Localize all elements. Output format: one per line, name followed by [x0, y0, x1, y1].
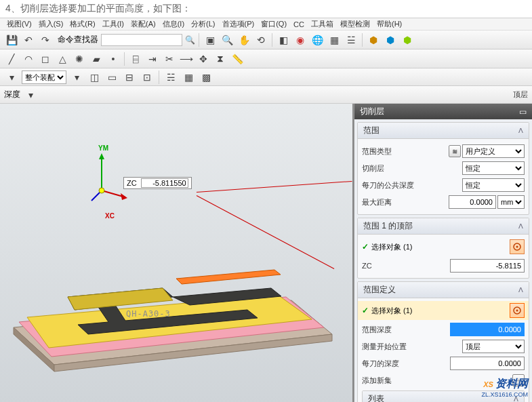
tool-fit-icon[interactable]: ▣: [203, 33, 218, 47]
perpass-depth-input[interactable]: [450, 357, 525, 370]
search-icon[interactable]: 🔍: [185, 35, 195, 45]
menu-insert[interactable]: 插入(S): [39, 19, 64, 29]
tool-tri-icon[interactable]: △: [55, 52, 70, 66]
tool-line-icon[interactable]: ╱: [4, 52, 19, 66]
tool-extend-icon[interactable]: ⟶: [179, 52, 194, 66]
common-depth-select[interactable]: 恒定: [462, 178, 525, 192]
menu-info[interactable]: 信息(I): [163, 19, 184, 29]
section-range: 范围 ᐱ 范围类型 ≋ 用户定义 切削层 恒定: [357, 122, 529, 215]
tool-door-icon[interactable]: ⌸: [128, 52, 143, 66]
svg-point-18: [516, 310, 518, 312]
tool-save-icon[interactable]: 💾: [4, 33, 19, 47]
tool-cube1-icon[interactable]: ⬢: [366, 33, 381, 47]
range-depth-input[interactable]: [450, 323, 525, 336]
assembly-scope-select[interactable]: 整个装配: [22, 71, 66, 84]
axis-gizmo: [88, 150, 129, 206]
separator: [199, 33, 199, 47]
menu-view[interactable]: 视图(V): [7, 19, 32, 29]
sel-point-icon[interactable]: ⊡: [140, 70, 155, 85]
panel-close-icon[interactable]: ▭: [519, 107, 527, 117]
sel-more1-icon[interactable]: ☵: [163, 70, 178, 85]
measure-start-select[interactable]: 顶层: [462, 340, 525, 353]
sel-filter1-icon[interactable]: ▾: [69, 70, 84, 85]
tool-cube3-icon[interactable]: ⬢: [400, 33, 415, 47]
tool-layers-icon[interactable]: ☱: [344, 33, 359, 47]
add-newset-label: 添加新集: [362, 376, 392, 386]
tool-measure-icon[interactable]: 📏: [230, 52, 245, 66]
menu-format[interactable]: 格式(R): [70, 19, 95, 29]
tool-redo-icon[interactable]: ↷: [38, 33, 53, 47]
tool-pan-icon[interactable]: ✋: [237, 33, 251, 47]
section-range-header[interactable]: 范围 ᐱ: [358, 123, 529, 139]
section-range-def-header[interactable]: 范围定义 ᐱ: [358, 282, 529, 298]
max-distance-input[interactable]: [449, 195, 496, 209]
toolbar-1: 💾 ↶ ↷ 命令查找器 🔍 ▣ 🔍 ✋ ⟲ ◧ ◉ 🌐 ▦ ☱ ⬢ ⬢ ⬢: [0, 31, 532, 49]
tool-fill-icon[interactable]: ▰: [89, 52, 104, 66]
model-render: [7, 165, 346, 375]
svg-marker-7: [176, 270, 281, 284]
tool-point-icon[interactable]: •: [106, 52, 121, 66]
sel-edge-icon[interactable]: ⊟: [122, 70, 137, 85]
secondary-bar: 深度 ▾ 顶层: [0, 86, 532, 104]
sel-cube-icon[interactable]: ◫: [87, 70, 102, 85]
menu-prefs[interactable]: 首选项(P): [222, 19, 255, 29]
zc-input[interactable]: [450, 259, 525, 273]
section-range-top-header[interactable]: 范围 1 的顶部 ᐱ: [358, 218, 529, 235]
select-object-label: 选择对象 (1): [371, 242, 507, 252]
sel-face-icon[interactable]: ▭: [104, 70, 119, 85]
menu-modelcheck[interactable]: 模型检测: [340, 19, 370, 29]
command-finder-input[interactable]: [101, 34, 182, 46]
separator: [272, 33, 272, 47]
tool-globe-icon[interactable]: 🌐: [310, 33, 325, 47]
cutlayer-label: 切削层: [362, 163, 384, 174]
zc-box-input[interactable]: [141, 178, 188, 188]
tool-cube2-icon[interactable]: ⬢: [383, 33, 398, 47]
menu-window[interactable]: 窗口(Q): [261, 19, 287, 29]
max-distance-unit[interactable]: mm: [497, 195, 525, 209]
tool-offset-icon[interactable]: ⇥: [145, 52, 160, 66]
tool-box-icon[interactable]: ◻: [38, 52, 53, 66]
depth-dropdown-icon[interactable]: ▾: [23, 87, 38, 102]
tool-arc-icon[interactable]: ◠: [21, 52, 36, 66]
section-range-top: 范围 1 的顶部 ᐱ ✓ 选择对象 (1) ZC: [357, 218, 529, 279]
viewport-3d[interactable]: YM XC ZC QH-A30-3: [0, 104, 354, 402]
menu-cc[interactable]: CC: [293, 20, 304, 28]
menu-bar: 视图(V) 插入(S) 格式(R) 工具(I) 装配(A) 信息(I) 分析(L…: [0, 18, 532, 31]
tool-trim-icon[interactable]: ✂: [162, 52, 177, 66]
tool-mirror-icon[interactable]: ⧗: [213, 52, 228, 66]
tool-burst-icon[interactable]: ✺: [72, 52, 87, 66]
measure-start-label: 测量开始位置: [362, 342, 407, 352]
page-caption: 4、切削层选择要加工的平面高度，如下图：: [0, 0, 532, 18]
cutlayer-select[interactable]: 恒定: [462, 161, 525, 175]
menu-tool[interactable]: 工具(I): [102, 19, 124, 29]
cut-levels-panel: 切削层 ▭ 范围 ᐱ 范围类型 ≋ 用户定义: [354, 104, 532, 402]
sel-more3-icon[interactable]: ▩: [199, 70, 213, 85]
tool-wcs-icon[interactable]: ◉: [293, 33, 308, 47]
work-area: YM XC ZC QH-A30-3 切削层 ▭ 范围 ᐱ: [0, 104, 532, 402]
select-object-label-2: 选择对象 (1): [371, 306, 507, 316]
tool-perspective-icon[interactable]: ◧: [276, 33, 291, 47]
menu-assembly[interactable]: 装配(A): [131, 19, 156, 29]
pick-object-button[interactable]: [510, 239, 525, 254]
svg-marker-10: [99, 153, 104, 159]
range-type-label: 范围类型: [362, 146, 392, 157]
range-type-icon: ≋: [449, 145, 461, 157]
depth-label: 深度: [4, 89, 20, 100]
top-layer-label: 顶层: [513, 89, 528, 100]
menu-toolbox[interactable]: 工具箱: [311, 19, 333, 29]
tool-undo-icon[interactable]: ↶: [21, 33, 36, 47]
tool-rotate-icon[interactable]: ⟲: [253, 33, 268, 47]
tool-zoom-icon[interactable]: 🔍: [220, 33, 234, 47]
tool-move-icon[interactable]: ✥: [196, 52, 211, 66]
sel-dropdown-icon[interactable]: ▾: [4, 70, 19, 85]
menu-help[interactable]: 帮助(H): [377, 19, 402, 29]
pick-object-button-2[interactable]: [510, 303, 525, 318]
collapse-icon: ᐱ: [518, 127, 523, 134]
tool-render-icon[interactable]: ▦: [327, 33, 342, 47]
part-name-label: QH-A30-3: [126, 309, 171, 319]
menu-analysis[interactable]: 分析(L): [191, 19, 215, 29]
sel-more2-icon[interactable]: ▦: [181, 70, 196, 85]
range-type-select[interactable]: 用户定义: [462, 144, 525, 158]
axis-xc-label: XC: [105, 212, 115, 220]
zc-value-box[interactable]: ZC: [123, 177, 192, 189]
